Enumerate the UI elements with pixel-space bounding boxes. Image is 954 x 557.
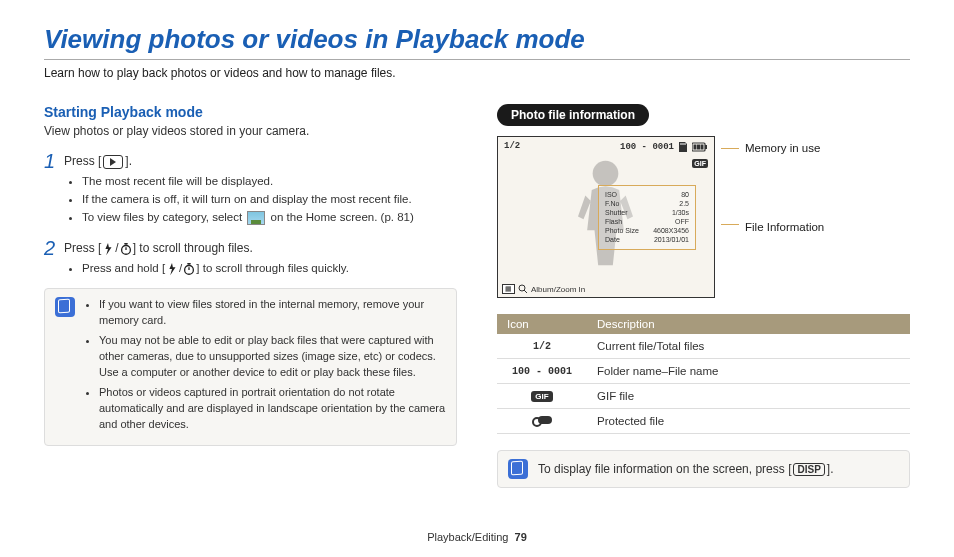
- step1-b3-pre: To view files by category, select: [82, 211, 245, 223]
- th-desc: Description: [587, 314, 910, 334]
- step1-b1: The most recent file will be displayed.: [82, 173, 457, 189]
- table-row: 100 - 0001 Folder name–File name: [497, 359, 910, 384]
- playback-icon: [103, 155, 123, 169]
- info-val: 2.5: [679, 199, 689, 208]
- icon-cell: 1/2: [497, 334, 587, 359]
- note2-post: ].: [827, 462, 834, 476]
- svg-rect-8: [681, 143, 682, 145]
- flash-icon: [101, 242, 115, 256]
- svg-rect-13: [694, 145, 697, 150]
- page-intro: Learn how to play back photos or videos …: [44, 66, 910, 80]
- info-key: ISO: [605, 190, 617, 199]
- gif-icon: GIF: [531, 391, 552, 402]
- magnify-icon: [518, 284, 528, 294]
- note-icon: [508, 459, 528, 479]
- desc-cell: Protected file: [587, 409, 910, 434]
- section-heading: Starting Playback mode: [44, 104, 457, 120]
- note-list: If you want to view files stored in the …: [85, 297, 446, 437]
- note-item: Photos or videos captured in portrait or…: [99, 385, 446, 433]
- svg-line-18: [524, 290, 527, 293]
- title-rule: [44, 59, 910, 60]
- icon-cell: GIF: [497, 384, 587, 409]
- content-columns: Starting Playback mode View photos or pl…: [44, 104, 910, 488]
- icon-cell: 100 - 0001: [497, 359, 587, 384]
- home-thumbnail-icon: [247, 211, 265, 225]
- footer-page-number: 79: [515, 531, 527, 543]
- section-subintro: View photos or play videos stored in you…: [44, 124, 457, 138]
- callout-lines: [721, 136, 739, 225]
- step1-b3-post: on the Home screen. (p. 81): [267, 211, 413, 223]
- step2-suffix: ] to scroll through files.: [133, 241, 253, 255]
- step1-b3: To view files by category, select on the…: [82, 209, 457, 225]
- svg-rect-9: [683, 143, 684, 145]
- svg-rect-10: [685, 143, 686, 145]
- svg-point-16: [593, 161, 619, 187]
- step-number: 2: [44, 237, 64, 278]
- lcd-preview: 1/2 100 - 0001 GIF ISO80: [497, 136, 715, 298]
- svg-rect-14: [697, 145, 700, 150]
- left-column: Starting Playback mode View photos or pl…: [44, 104, 457, 488]
- lcd-topbar: 1/2 100 - 0001: [504, 141, 708, 153]
- svg-rect-15: [701, 145, 704, 150]
- info-key: F.No: [605, 199, 619, 208]
- info-key: Photo Size: [605, 226, 639, 235]
- timer-icon: [119, 242, 133, 256]
- step2-prefix: Press [: [64, 241, 101, 255]
- page-title: Viewing photos or videos in Playback mod…: [44, 24, 910, 55]
- lcd-bottom: ▦ Album/Zoom In: [502, 284, 585, 294]
- info-val: OFF: [675, 217, 689, 226]
- disp-button-icon: DISP: [793, 463, 824, 476]
- bottom-note: To display file information on the scree…: [497, 450, 910, 488]
- note2-pre: To display file information on the scree…: [538, 462, 791, 476]
- callout-memory: Memory in use: [745, 142, 824, 154]
- folder-file: 100 - 0001: [620, 142, 674, 152]
- page-footer: Playback/Editing 79: [0, 531, 954, 543]
- bottom-note-text: To display file information on the scree…: [538, 462, 833, 476]
- th-icon: Icon: [497, 314, 587, 334]
- note-box: If you want to view files stored in the …: [44, 288, 457, 446]
- desc-cell: Current file/Total files: [587, 334, 910, 359]
- table-row: Protected file: [497, 409, 910, 434]
- top-right-icons: 100 - 0001: [620, 141, 708, 153]
- info-key: Date: [605, 235, 620, 244]
- step2-b1-post: ] to scroll through files quickly.: [196, 262, 349, 274]
- callouts: Memory in use File Information: [745, 136, 824, 233]
- step2-bullets: Press and hold [/] to scroll through fil…: [64, 260, 457, 276]
- album-zoom-label: Album/Zoom In: [531, 285, 585, 294]
- step1-suffix: ].: [125, 154, 132, 168]
- flash-icon: [165, 262, 179, 276]
- step-1: 1 Press []. The most recent file will be…: [44, 150, 457, 227]
- page: Viewing photos or videos in Playback mod…: [0, 0, 954, 557]
- info-val: 4608X3456: [653, 226, 689, 235]
- file-counter: 1/2: [504, 141, 520, 153]
- info-overlay: ISO80 F.No2.5 Shutter1/30s FlashOFF Phot…: [598, 185, 696, 250]
- info-val: 80: [681, 190, 689, 199]
- callout-line-2: [721, 224, 739, 225]
- grid-icon: ▦: [502, 284, 515, 294]
- gif-badge-lcd: GIF: [692, 159, 708, 168]
- callout-line-1: [721, 148, 739, 149]
- memory-card-icon: [678, 141, 688, 153]
- step1-line: Press [].: [64, 154, 457, 169]
- info-val: 1/30s: [672, 208, 689, 217]
- desc-cell: GIF file: [587, 384, 910, 409]
- step1-b2: If the camera is off, it will turn on an…: [82, 191, 457, 207]
- info-pill: Photo file information: [497, 104, 649, 126]
- battery-icon: [692, 142, 708, 152]
- icon-description-table: Icon Description 1/2 Current file/Total …: [497, 314, 910, 434]
- note-icon: [55, 297, 75, 317]
- svg-rect-12: [705, 145, 707, 149]
- step1-prefix: Press [: [64, 154, 101, 168]
- step2-line: Press [/] to scroll through files.: [64, 241, 457, 256]
- timer-icon: [182, 262, 196, 276]
- note-item: If you want to view files stored in the …: [99, 297, 446, 329]
- callout-fileinfo: File Information: [745, 221, 824, 233]
- info-val: 2013/01/01: [654, 235, 689, 244]
- table-row: 1/2 Current file/Total files: [497, 334, 910, 359]
- step1-bullets: The most recent file will be displayed. …: [64, 173, 457, 225]
- step-2: 2 Press [/] to scroll through files. Pre…: [44, 237, 457, 278]
- lock-key-icon: [538, 416, 552, 424]
- step-body: Press []. The most recent file will be d…: [64, 150, 457, 227]
- desc-cell: Folder name–File name: [587, 359, 910, 384]
- step2-b1: Press and hold [/] to scroll through fil…: [82, 260, 457, 276]
